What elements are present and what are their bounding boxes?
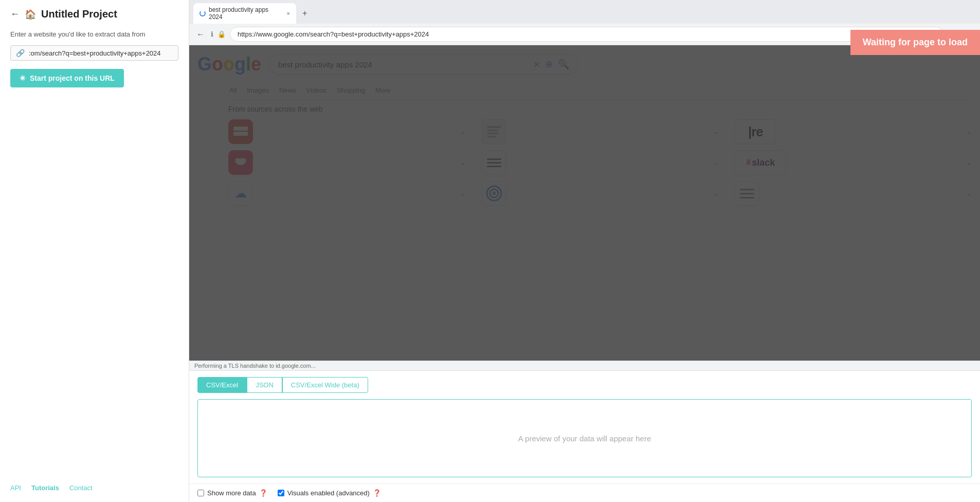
tab-label: best productivity apps 2024 — [209, 6, 282, 21]
show-more-data-checkbox-row[interactable]: Show more data ❓ — [197, 489, 267, 497]
info-icon[interactable]: ℹ — [211, 30, 213, 38]
project-title: Untitled Project — [41, 8, 117, 20]
visuals-enabled-checkbox[interactable] — [278, 490, 284, 496]
show-more-data-label: Show more data — [207, 489, 256, 497]
show-more-data-help-icon[interactable]: ❓ — [259, 489, 267, 497]
browser-content: Google ✕ ⊕ 🔍 All Images News Videos Shop… — [189, 45, 980, 370]
start-project-button[interactable]: ✳ Start project on this URL — [10, 69, 124, 87]
spinner-icon: ✳ — [20, 74, 26, 82]
browser-overlay — [189, 45, 980, 370]
format-tabs: CSV/Excel JSON CSV/Excel Wide (beta) — [197, 377, 972, 393]
visuals-enabled-checkbox-row[interactable]: Visuals enabled (advanced) ❓ — [278, 489, 381, 497]
loading-spinner-icon — [199, 10, 206, 16]
show-more-data-checkbox[interactable] — [197, 490, 204, 496]
link-icon: 🔗 — [16, 49, 25, 57]
header-row: ← 🏠 Untitled Project — [10, 8, 178, 20]
waiting-banner: Waiting for page to load — [850, 30, 980, 55]
bottom-controls: Show more data ❓ Visuals enabled (advanc… — [189, 483, 980, 502]
footer-contact-link[interactable]: Contact — [69, 484, 93, 492]
lock-icon: 🔒 — [217, 30, 226, 38]
bottom-panel: CSV/Excel JSON CSV/Excel Wide (beta) A p… — [189, 370, 980, 483]
footer-tutorials-link[interactable]: Tutorials — [31, 484, 59, 492]
new-tab-icon[interactable]: + — [298, 7, 311, 20]
browser-status-bar: Performing a TLS handshake to id.google.… — [189, 361, 980, 370]
footer-links: API Tutorials Contact — [10, 484, 93, 492]
visuals-enabled-label: Visuals enabled (advanced) — [287, 489, 370, 497]
address-input[interactable] — [230, 27, 943, 42]
preview-placeholder: A preview of your data will appear here — [518, 434, 651, 443]
tab-close-icon[interactable]: × — [287, 10, 290, 16]
tab-csv-wide[interactable]: CSV/Excel Wide (beta) — [282, 377, 368, 393]
start-btn-label: Start project on this URL — [30, 74, 115, 82]
visuals-enabled-help-icon[interactable]: ❓ — [373, 489, 381, 497]
left-panel: ← 🏠 Untitled Project Enter a website you… — [0, 0, 189, 502]
right-panel: best productivity apps 2024 × + ← ℹ 🔒 ⬇ … — [189, 0, 980, 502]
browser-tab[interactable]: best productivity apps 2024 × — [193, 3, 296, 24]
tab-csv-excel[interactable]: CSV/Excel — [197, 377, 247, 393]
back-arrow-icon[interactable]: ← — [10, 9, 20, 20]
tab-json[interactable]: JSON — [247, 377, 282, 393]
tab-bar: best productivity apps 2024 × + — [189, 0, 980, 24]
url-display: :om/search?q=best+productivity+apps+2024 — [29, 49, 161, 57]
url-input-row: 🔗 :om/search?q=best+productivity+apps+20… — [10, 45, 178, 61]
back-navigation-button[interactable]: ← — [194, 28, 207, 41]
subtitle-text: Enter a website you'd like to extract da… — [10, 30, 178, 38]
preview-area: A preview of your data will appear here — [197, 399, 972, 477]
footer-api-link[interactable]: API — [10, 484, 21, 492]
back-nav-icon: ← — [196, 30, 205, 39]
home-icon[interactable]: 🏠 — [25, 9, 36, 20]
